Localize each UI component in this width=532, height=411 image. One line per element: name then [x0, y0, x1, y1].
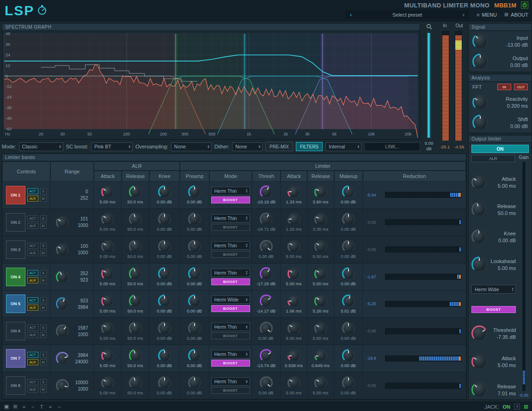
band-boost-button[interactable]: BOOST — [211, 251, 250, 258]
band-mode-select[interactable]: Herm Thin▲▼ — [211, 214, 250, 222]
band-thresh-knob[interactable] — [260, 213, 273, 226]
band-release-knob[interactable] — [314, 267, 327, 280]
band-knee-knob[interactable] — [158, 267, 171, 280]
band-act-button[interactable]: ACT — [27, 188, 38, 194]
band-alr-button[interactable]: ALR — [27, 386, 38, 393]
band-release-knob[interactable] — [314, 376, 327, 389]
band-mode-select[interactable]: Herm Thin▲▼ — [211, 350, 250, 358]
spectrum-graph[interactable]: 483624120-12-24-36-48-60Hz20305010020030… — [2, 31, 420, 139]
band-boost-button[interactable]: BOOST — [211, 387, 250, 394]
filters-button[interactable]: FILTERS — [296, 142, 323, 151]
band-solo-button[interactable]: S — [40, 352, 47, 358]
input-gain-knob[interactable] — [472, 33, 488, 49]
band-solo-button[interactable]: S — [40, 325, 47, 331]
band-knee-knob[interactable] — [158, 294, 171, 307]
ui-scale-minus-button[interactable]: − — [30, 404, 36, 410]
band-mode-select[interactable]: Herm Thin▲▼ — [211, 323, 250, 331]
band-thresh-knob[interactable] — [260, 376, 273, 389]
premix-button[interactable]: PRE-MIX — [265, 142, 293, 151]
band-alr-attack-knob[interactable] — [101, 240, 114, 253]
band-alr-attack-knob[interactable] — [101, 349, 114, 362]
reactivity-knob[interactable] — [472, 94, 488, 110]
band-mode-select[interactable]: Herm Thin▲▼ — [211, 241, 250, 250]
band-thresh-knob[interactable] — [260, 349, 273, 362]
output-alr-release-knob[interactable] — [471, 202, 486, 217]
band-mute-button[interactable]: M — [40, 196, 47, 202]
band-preamp-knob[interactable] — [188, 322, 201, 335]
band-on-button[interactable]: ON 8 — [6, 376, 25, 395]
band-attack-knob[interactable] — [287, 185, 300, 198]
help-button[interactable]: ? — [514, 404, 520, 410]
band-release-knob[interactable] — [314, 294, 327, 307]
output-attack-knob[interactable] — [471, 354, 487, 369]
output-alr-attack-knob[interactable] — [471, 175, 486, 190]
band-act-button[interactable]: ACT — [27, 270, 38, 276]
output-threshold-knob[interactable] — [471, 325, 487, 341]
band-alr-attack-knob[interactable] — [101, 213, 114, 226]
band-makeup-knob[interactable] — [342, 294, 355, 307]
mode-select[interactable]: Classic▲▼ — [19, 142, 63, 151]
band-knee-knob[interactable] — [158, 240, 171, 253]
band-preamp-knob[interactable] — [188, 376, 201, 389]
band-act-button[interactable]: ACT — [27, 379, 38, 385]
band-alr-attack-knob[interactable] — [101, 294, 114, 307]
band-alr-button[interactable]: ALR — [27, 250, 38, 256]
output-alr-button[interactable]: ALR — [471, 155, 515, 162]
band-on-button[interactable]: ON 1 — [6, 186, 25, 204]
band-mute-button[interactable]: M — [40, 305, 47, 311]
band-alr-release-knob[interactable] — [129, 240, 142, 253]
band-mute-button[interactable]: M — [40, 250, 47, 256]
band-on-button[interactable]: ON 7 — [6, 349, 25, 368]
band-solo-button[interactable]: S — [40, 297, 47, 303]
band-makeup-knob[interactable] — [342, 349, 355, 362]
band-thresh-knob[interactable] — [260, 240, 273, 253]
window-icon[interactable]: ▣ — [4, 404, 9, 410]
band-mode-select[interactable]: Herm Thin▲▼ — [211, 377, 250, 386]
source-select[interactable]: Internal▲▼ — [325, 142, 361, 151]
fft-out-button[interactable]: OUT — [514, 84, 528, 90]
band-knee-knob[interactable] — [158, 213, 171, 226]
band-attack-knob[interactable] — [287, 322, 300, 335]
band-makeup-knob[interactable] — [342, 185, 355, 198]
band-on-button[interactable]: ON 6 — [6, 322, 25, 340]
preset-prev-button[interactable]: ‹ — [350, 11, 352, 18]
band-solo-button[interactable]: S — [40, 270, 47, 276]
band-boost-button[interactable]: BOOST — [211, 278, 250, 285]
band-split-knob[interactable] — [56, 243, 69, 256]
about-button[interactable]: ⊞ ABOUT — [504, 12, 528, 18]
band-thresh-knob[interactable] — [260, 322, 273, 335]
band-release-knob[interactable] — [314, 349, 327, 362]
output-mode-select[interactable]: Herm Wide▲▼ — [471, 285, 516, 294]
band-split-knob[interactable] — [56, 379, 69, 392]
band-alr-release-knob[interactable] — [129, 294, 142, 307]
band-boost-button[interactable]: BOOST — [211, 196, 250, 203]
output-gain-knob[interactable] — [472, 54, 488, 69]
band-thresh-knob[interactable] — [260, 267, 273, 280]
band-alr-release-knob[interactable] — [129, 322, 142, 335]
sc-boost-select[interactable]: Pink BT▲▼ — [91, 142, 133, 151]
band-alr-button[interactable]: ALR — [27, 332, 38, 338]
graph-zoom-fader[interactable] — [427, 31, 431, 139]
band-knee-knob[interactable] — [158, 185, 171, 198]
band-alr-attack-knob[interactable] — [101, 267, 114, 280]
band-solo-button[interactable]: S — [40, 215, 47, 221]
band-alr-release-knob[interactable] — [129, 185, 142, 198]
band-on-button[interactable]: ON 4 — [6, 268, 25, 286]
band-mute-button[interactable]: M — [40, 332, 47, 338]
band-attack-knob[interactable] — [287, 376, 300, 389]
band-attack-knob[interactable] — [287, 213, 300, 226]
band-split-knob[interactable] — [56, 352, 69, 365]
preset-next-button[interactable]: › — [463, 11, 465, 18]
band-split-knob[interactable] — [56, 270, 69, 283]
band-makeup-knob[interactable] — [342, 322, 355, 335]
band-boost-button[interactable]: BOOST — [211, 360, 250, 367]
band-preamp-knob[interactable] — [188, 267, 201, 280]
band-mute-button[interactable]: M — [40, 386, 47, 393]
band-alr-button[interactable]: ALR — [27, 305, 38, 311]
band-mode-select[interactable]: Herm Thin▲▼ — [211, 269, 250, 277]
band-alr-release-knob[interactable] — [129, 267, 142, 280]
band-knee-knob[interactable] — [158, 349, 171, 362]
band-alr-button[interactable]: ALR — [27, 359, 38, 365]
band-release-knob[interactable] — [314, 185, 327, 198]
band-attack-knob[interactable] — [287, 267, 300, 280]
